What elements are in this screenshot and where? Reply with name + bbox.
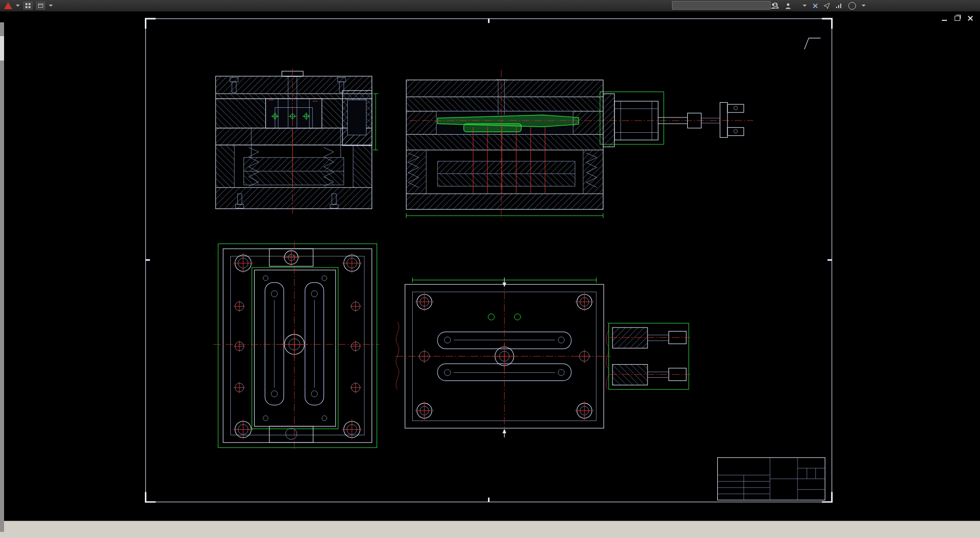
search-box	[672, 1, 779, 10]
title-block	[718, 458, 825, 500]
cad-viewport[interactable]	[0, 11, 980, 521]
share-icon[interactable]	[823, 3, 830, 9]
roughness-symbol-icon	[804, 38, 820, 49]
left-scrollbar[interactable]	[0, 22, 4, 532]
front-section-view	[216, 69, 378, 216]
restore-icon[interactable]	[955, 16, 960, 21]
community-icon[interactable]	[771, 3, 779, 9]
document-window-controls	[942, 16, 973, 21]
status-bar	[0, 521, 980, 538]
side-section-view	[406, 70, 753, 219]
logo-menu-caret-icon[interactable]	[16, 5, 20, 9]
app-logo-icon[interactable]	[4, 2, 12, 9]
plan-view-moving-half	[213, 241, 379, 450]
login-caret-icon[interactable]	[803, 5, 807, 9]
air-cylinder	[600, 92, 744, 147]
close-icon[interactable]	[968, 16, 973, 21]
drawing-canvas	[0, 11, 980, 521]
network-icon[interactable]	[836, 3, 843, 9]
tool-caret-icon[interactable]	[49, 5, 53, 9]
window-tool-icon[interactable]	[36, 2, 45, 10]
surface-finish-note	[804, 38, 820, 49]
grid-tool-icon[interactable]	[23, 2, 33, 10]
slide-mechanism	[609, 323, 691, 389]
window-glyph	[38, 3, 43, 8]
search-input[interactable]	[672, 1, 771, 10]
plan-view-fixed-half	[395, 278, 690, 438]
top-toolbar	[0, 0, 980, 12]
help-caret-icon[interactable]	[862, 5, 866, 9]
left-scrollbar-thumb[interactable]	[0, 36, 4, 61]
grid-glyph	[25, 3, 30, 8]
share-x-icon[interactable]	[812, 3, 818, 9]
minimize-icon[interactable]	[942, 20, 947, 21]
user-icon[interactable]	[785, 3, 791, 9]
help-icon[interactable]	[848, 2, 856, 10]
